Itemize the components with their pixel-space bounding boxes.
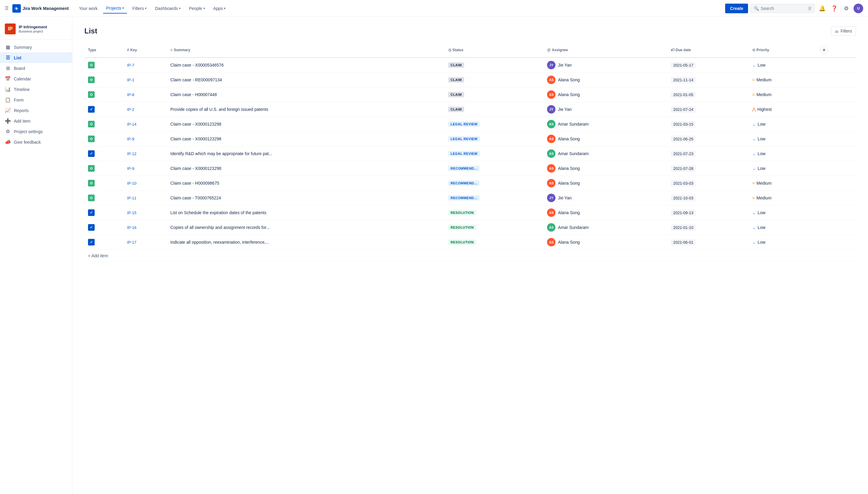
cell-status[interactable]: RECOMMEND...: [445, 176, 543, 191]
sidebar-item-give-feedback[interactable]: 📣 Give feedback: [0, 137, 72, 147]
col-add[interactable]: +: [816, 43, 856, 58]
table-row[interactable]: IP-9Claim case - X0000123298RECOMMEND...…: [85, 161, 856, 176]
cell-key[interactable]: IP-10: [124, 176, 167, 191]
col-summary[interactable]: ≡ Summary: [167, 43, 445, 58]
col-priority[interactable]: ⊙ Priority: [749, 43, 816, 58]
cell-summary[interactable]: Claim case - H000098675: [167, 176, 445, 191]
cell-summary[interactable]: Claim case - H00007448: [167, 87, 445, 102]
cell-due-date[interactable]: 2021-09-13: [667, 205, 749, 220]
col-assignee[interactable]: @ Assignee: [543, 43, 667, 58]
sidebar-item-form[interactable]: 📋 Form: [0, 95, 72, 105]
cell-due-date[interactable]: 2021-10-03: [667, 191, 749, 205]
cell-status[interactable]: RECOMMEND...: [445, 191, 543, 205]
cell-key[interactable]: IP-8: [124, 87, 167, 102]
cell-summary[interactable]: Claim case - X00005346576: [167, 58, 445, 73]
cell-summary[interactable]: List on Schedule the expiration dates of…: [167, 205, 445, 220]
col-status[interactable]: ◷ Status: [445, 43, 543, 58]
cell-status[interactable]: RECOMMEND...: [445, 161, 543, 176]
cell-summary[interactable]: Claim case - X0000123298: [167, 161, 445, 176]
cell-status[interactable]: RESOLUTION: [445, 220, 543, 235]
sidebar-item-reports[interactable]: 📈 Reports: [0, 105, 72, 116]
cell-summary[interactable]: Copies of all ownership and assignment r…: [167, 220, 445, 235]
cell-status[interactable]: CLAIM: [445, 102, 543, 117]
cell-status[interactable]: RESOLUTION: [445, 235, 543, 250]
sidebar-item-list[interactable]: ☰ List: [0, 52, 72, 63]
notifications-button[interactable]: 🔔: [817, 4, 827, 13]
table-row[interactable]: IP-8Claim case - H00007448CLAIMASAlana S…: [85, 87, 856, 102]
sidebar-item-add-item[interactable]: ➕ Add item: [0, 116, 72, 126]
settings-button[interactable]: ⚙: [842, 4, 851, 13]
cell-due-date[interactable]: 2021-03-15: [667, 117, 749, 132]
cell-key[interactable]: IP-7: [124, 58, 167, 73]
table-row[interactable]: IP-9Claim case - X0000123298LEGAL REVIEW…: [85, 132, 856, 146]
cell-summary[interactable]: Claim case - X0000123298: [167, 117, 445, 132]
cell-summary[interactable]: Claim case - RE000097134: [167, 73, 445, 87]
filter-button[interactable]: ⚌ Filters: [831, 26, 856, 36]
cell-key[interactable]: IP-16: [124, 220, 167, 235]
cell-due-date[interactable]: 2021-07-24: [667, 102, 749, 117]
add-item-cell[interactable]: + Add item: [85, 250, 856, 262]
apps-nav[interactable]: Apps ▾: [210, 4, 229, 13]
your-work-nav[interactable]: Your work: [76, 4, 101, 13]
sidebar-item-board[interactable]: ⊞ Board: [0, 63, 72, 74]
table-row[interactable]: IP-7Claim case - X00005346576CLAIMJYJie …: [85, 58, 856, 73]
table-row[interactable]: ✓IP-15List on Schedule the expiration da…: [85, 205, 856, 220]
filters-nav[interactable]: Filters ▾: [129, 4, 149, 13]
cell-key[interactable]: IP-2: [124, 102, 167, 117]
cell-summary[interactable]: Provide copies of all U.S. and foreign i…: [167, 102, 445, 117]
table-row[interactable]: IP-10Claim case - H000098675RECOMMEND...…: [85, 176, 856, 191]
cell-due-date[interactable]: 2021-01-10: [667, 220, 749, 235]
help-button[interactable]: ❓: [829, 4, 839, 13]
table-row[interactable]: ✓IP-2Provide copies of all U.S. and fore…: [85, 102, 856, 117]
sidebar-item-timeline[interactable]: 📊 Timeline: [0, 84, 72, 95]
cell-summary[interactable]: Claim case - X0000123298: [167, 132, 445, 146]
add-item-label[interactable]: + Add item: [88, 253, 108, 258]
search-box[interactable]: 🔍 /: [751, 4, 815, 13]
cell-key[interactable]: IP-12: [124, 146, 167, 161]
table-row[interactable]: ✓IP-12Identify R&D which may be appropri…: [85, 146, 856, 161]
cell-key[interactable]: IP-15: [124, 205, 167, 220]
cell-due-date[interactable]: 2021-06-01: [667, 235, 749, 250]
table-row[interactable]: ✓IP-16Copies of all ownership and assign…: [85, 220, 856, 235]
sidebar-item-summary[interactable]: ▦ Summary: [0, 42, 72, 52]
cell-status[interactable]: LEGAL REVIEW: [445, 117, 543, 132]
people-nav[interactable]: People ▾: [186, 4, 208, 13]
col-key[interactable]: # Key: [124, 43, 167, 58]
cell-summary[interactable]: Identify R&D which may be appropriate fo…: [167, 146, 445, 161]
create-button[interactable]: Create: [725, 4, 748, 13]
cell-status[interactable]: LEGAL REVIEW: [445, 146, 543, 161]
dashboards-nav[interactable]: Dashboards ▾: [152, 4, 184, 13]
grid-icon[interactable]: ⠿: [5, 5, 9, 12]
user-avatar[interactable]: U: [853, 4, 863, 13]
cell-due-date[interactable]: 2021-06-25: [667, 132, 749, 146]
app-logo[interactable]: Jira Work Management: [12, 4, 69, 13]
cell-key[interactable]: IP-9: [124, 161, 167, 176]
cell-due-date[interactable]: 2021-11-14: [667, 73, 749, 87]
cell-status[interactable]: CLAIM: [445, 58, 543, 73]
cell-status[interactable]: CLAIM: [445, 87, 543, 102]
cell-summary[interactable]: Claim case - T0000765224: [167, 191, 445, 205]
cell-key[interactable]: IP-17: [124, 235, 167, 250]
table-row[interactable]: ✓IP-17Indicate all opposition, reexamina…: [85, 235, 856, 250]
table-row[interactable]: IP-1Claim case - RE000097134CLAIMASAlana…: [85, 73, 856, 87]
add-column-button[interactable]: +: [820, 46, 828, 54]
sidebar-item-calendar[interactable]: 📅 Calendar: [0, 74, 72, 84]
cell-summary[interactable]: Indicate all opposition, reexamination, …: [167, 235, 445, 250]
cell-key[interactable]: IP-11: [124, 191, 167, 205]
add-item-row[interactable]: + Add item: [85, 250, 856, 262]
cell-key[interactable]: IP-9: [124, 132, 167, 146]
table-row[interactable]: IP-11Claim case - T0000765224RECOMMEND..…: [85, 191, 856, 205]
cell-due-date[interactable]: 2021-07-23: [667, 146, 749, 161]
cell-due-date[interactable]: 2021-03-03: [667, 176, 749, 191]
cell-status[interactable]: LEGAL REVIEW: [445, 132, 543, 146]
sidebar-item-project-settings[interactable]: ⚙ Project settings: [0, 126, 72, 137]
cell-key[interactable]: IP-1: [124, 73, 167, 87]
cell-due-date[interactable]: 2021-01-05: [667, 87, 749, 102]
cell-due-date[interactable]: 2021-07-28: [667, 161, 749, 176]
table-row[interactable]: IP-14Claim case - X0000123298LEGAL REVIE…: [85, 117, 856, 132]
cell-key[interactable]: IP-14: [124, 117, 167, 132]
col-due-date[interactable]: 🏷 Due date: [667, 43, 749, 58]
projects-nav[interactable]: Projects ▾: [103, 3, 127, 14]
search-input[interactable]: [761, 6, 806, 11]
cell-status[interactable]: RESOLUTION: [445, 205, 543, 220]
